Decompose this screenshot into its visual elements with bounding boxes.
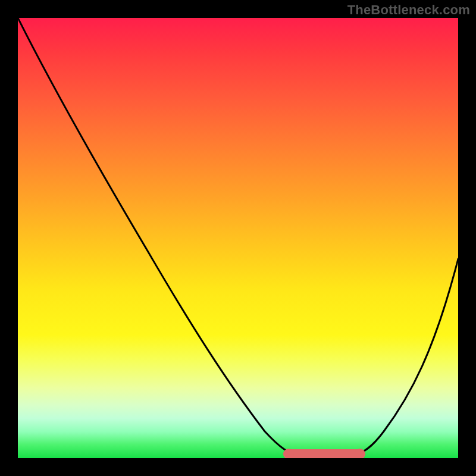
chart-frame: TheBottleneck.com bbox=[0, 0, 476, 476]
optimal-range-highlight bbox=[18, 18, 458, 458]
watermark-text: TheBottleneck.com bbox=[347, 2, 470, 18]
plot-area bbox=[18, 18, 458, 458]
